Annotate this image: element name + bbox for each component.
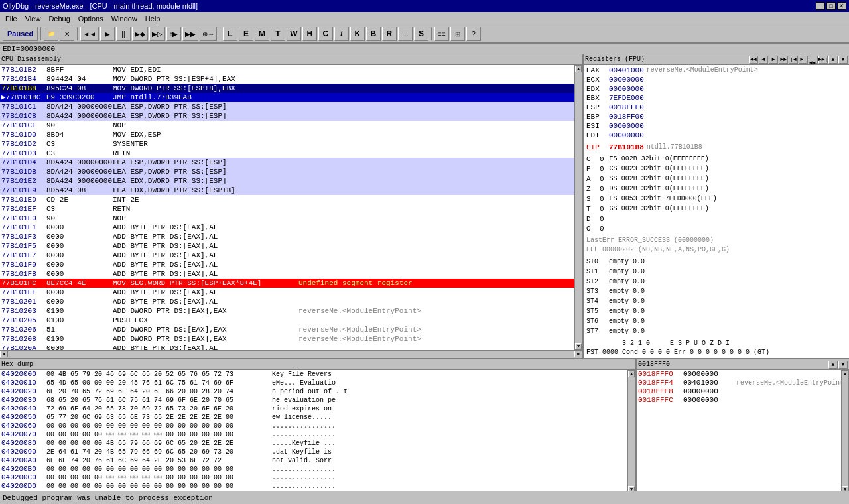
disasm-row[interactable]: 77B1020651ADD DWORD PTR DS:[EAX],EAXreve… [0, 325, 574, 334]
disasm-row[interactable]: 77B1020A0000ADD BYTE PTR DS:[EAX],AL [0, 344, 574, 350]
disasm-row[interactable]: 77B101CF90NOP [0, 121, 574, 130]
dump-vscrollbar[interactable]: ▲ ▼ [627, 370, 635, 493]
disasm-row[interactable]: 77B101D3C3RETN [0, 149, 574, 158]
stack-row[interactable]: 0018FFF400401000reverseMe.<ModuleEntryPo… [637, 379, 841, 387]
disasm-row[interactable]: 77B101EFC3RETN [0, 204, 574, 214]
reg-nav-prev[interactable]: ◄ [759, 56, 768, 64]
reg-ebp-val[interactable]: 0018FF00 [609, 112, 644, 121]
disasm-row[interactable]: 77B101DB8DA424 00000000LEA ESP,DWORD PTR… [0, 167, 574, 176]
btn-ellipsis[interactable]: … [398, 27, 413, 41]
seg-ss-val[interactable]: 002B [621, 175, 637, 182]
menu-file[interactable]: File [1, 14, 21, 23]
btn-L[interactable]: L [223, 27, 237, 41]
btn-step-into[interactable]: ▶◆ [132, 27, 148, 41]
dump-row[interactable]: 0402001065 4D 65 00 00 00 20 45 76 61 6C… [0, 379, 627, 387]
btn-slash[interactable]: / [334, 27, 349, 41]
dump-row[interactable]: 0402003068 65 20 65 76 61 6C 75 61 74 69… [0, 396, 627, 405]
btn-C[interactable]: C [318, 27, 333, 41]
dump-row[interactable]: 0402000000 4B 65 79 20 46 69 6C 65 20 52… [0, 370, 627, 379]
seg-gs-val[interactable]: 002B [621, 205, 637, 212]
disasm-row[interactable]: 77B101EDCD 2EINT 2E [0, 195, 574, 204]
disasm-hscrollbar[interactable]: ◄ ► [0, 350, 582, 358]
btn-K[interactable]: K [350, 27, 365, 41]
dump-row[interactable]: 0402005065 77 20 6C 69 63 65 6E 73 65 2E… [0, 413, 627, 422]
dump-row[interactable]: 040200C000 00 00 00 00 00 00 00 00 00 00… [0, 473, 627, 482]
btn-R[interactable]: R [382, 27, 397, 41]
dump-row[interactable]: 040200902E 64 61 74 20 4B 65 79 66 69 6C… [0, 448, 627, 456]
menu-debug[interactable]: Debug [44, 14, 74, 23]
btn-grid[interactable]: ≡≡ [434, 27, 449, 41]
seg-es-val[interactable]: 002B [621, 155, 637, 162]
dump-row[interactable]: 0402004072 69 6F 64 20 65 78 70 69 72 65… [0, 405, 627, 413]
stack-row[interactable]: 0018FFF000000000 [637, 370, 841, 379]
disasm-scroll-up[interactable]: ▲ [575, 66, 582, 72]
reg-nav-up[interactable]: ▲ [828, 56, 838, 64]
seg-ds-val[interactable]: 002B [621, 185, 637, 192]
btn-open[interactable]: 📁 [44, 27, 58, 41]
btn-layout[interactable]: ⊞ [450, 27, 465, 41]
disasm-scroll-track[interactable] [575, 72, 582, 343]
btn-animate-into[interactable]: ▶▶ [182, 27, 198, 41]
disasm-row[interactable]: 77B101F50000ADD BYTE PTR DS:[EAX],AL [0, 241, 574, 251]
disasm-row[interactable]: 77B101E28DA424 00000000LEA EDX,DWORD PTR… [0, 176, 574, 186]
btn-M[interactable]: M [255, 27, 269, 41]
flag-t-val[interactable]: 0 [600, 204, 604, 214]
stack-scroll-track[interactable] [842, 377, 848, 486]
dump-row[interactable]: 040200B000 00 00 00 00 00 00 00 00 00 00… [0, 465, 627, 473]
flag-a-val[interactable]: 0 [600, 174, 604, 184]
disasm-row[interactable]: ▶77B101BCE9 339C0200JMP ntdll.77B39EAB [0, 93, 574, 102]
disasm-row[interactable]: 77B101D48DA424 00000000LEA ESP,DWORD PTR… [0, 158, 574, 167]
dump-row[interactable]: 0402007000 00 00 00 00 00 00 00 00 00 00… [0, 430, 627, 439]
disasm-row[interactable]: 77B101F090NOP [0, 214, 574, 223]
stack-row[interactable]: 0018FFF800000000 [637, 387, 841, 396]
stack-scroll-up[interactable]: ▲ [842, 371, 848, 377]
btn-H[interactable]: H [302, 27, 317, 41]
disasm-row[interactable]: 77B102080100ADD DWORD PTR DS:[EAX],EAXre… [0, 334, 574, 344]
disasm-row[interactable]: 77B101B28BFFMOV EDI,EDI [0, 65, 574, 74]
reg-eax-val[interactable]: 00401000 [609, 66, 644, 75]
reg-ebx-val[interactable]: 7EFDE000 [609, 94, 644, 103]
stack-nav-down[interactable]: ▼ [838, 361, 848, 369]
btn-restart[interactable]: ✕ [60, 27, 74, 41]
reg-eip-val[interactable]: 77B101B8 [609, 143, 644, 152]
disasm-row[interactable]: 77B101B4894424 04MOV DWORD PTR SS:[ESP+4… [0, 74, 574, 84]
disasm-row[interactable]: 77B102010000ADD BYTE PTR DS:[EAX],AL [0, 297, 574, 306]
menu-view[interactable]: View [21, 14, 45, 23]
btn-help[interactable]: ? [466, 27, 481, 41]
btn-pause[interactable]: || [116, 27, 131, 41]
reg-nav-far-next[interactable]: ►| [799, 56, 808, 64]
disasm-row[interactable]: 77B101D2C3SYSENTER [0, 139, 574, 149]
disasm-vscrollbar[interactable]: ▲ ▼ [574, 65, 582, 350]
btn-back[interactable]: ◄◄ [80, 27, 99, 41]
disasm-hscroll-track[interactable] [8, 351, 574, 358]
btn-run[interactable]: ▶ [100, 27, 115, 41]
dump-row[interactable]: 040200D000 00 00 00 00 00 00 00 00 00 00… [0, 482, 627, 491]
disasm-hscroll-right[interactable]: ► [574, 351, 582, 357]
reg-nav-far-prev2[interactable]: |◄◄ [809, 56, 818, 64]
disasm-row[interactable]: 77B102050100PUSH ECX [0, 316, 574, 325]
maximize-button[interactable]: □ [826, 2, 836, 10]
btn-T[interactable]: T [271, 27, 285, 41]
flag-z-val[interactable]: 0 [600, 184, 604, 194]
btn-animate-over[interactable]: ⊕→ [200, 27, 217, 41]
menu-window[interactable]: Window [107, 14, 141, 23]
disasm-row[interactable]: 77B101C18DA424 00000000LEA ESP,DWORD PTR… [0, 102, 574, 111]
btn-B[interactable]: B [366, 27, 381, 41]
dump-row[interactable]: 040200206E 20 70 65 72 69 6F 64 20 6F 66… [0, 387, 627, 396]
btn-S[interactable]: S [414, 27, 428, 41]
flag-c-val[interactable]: 0 [600, 155, 604, 164]
disasm-row[interactable]: 77B101D08BD4MOV EDX,ESP [0, 130, 574, 139]
btn-W[interactable]: W [287, 27, 301, 41]
seg-cs-val[interactable]: 0023 [621, 165, 637, 172]
reg-nav-far-prev[interactable]: |◄ [789, 56, 798, 64]
flag-d-val[interactable]: 0 [600, 214, 604, 223]
disasm-hscroll-left[interactable]: ◄ [0, 351, 8, 357]
dump-row[interactable]: 0402008000 00 00 00 00 4B 65 79 66 69 6C… [0, 439, 627, 448]
stack-vscrollbar[interactable]: ▲ ▼ [841, 370, 849, 493]
disasm-row[interactable]: 77B101F10000ADD BYTE PTR DS:[EAX],AL [0, 223, 574, 232]
btn-step-out[interactable]: ↑▶ [166, 27, 181, 41]
disasm-row[interactable]: 77B101E98D5424 08LEA EDX,DWORD PTR SS:[E… [0, 186, 574, 195]
reg-nav-next-next[interactable]: ►► [779, 56, 788, 64]
disasm-row[interactable]: 77B101F90000ADD BYTE PTR DS:[EAX],AL [0, 260, 574, 269]
flag-o-val[interactable]: 0 [600, 224, 604, 233]
